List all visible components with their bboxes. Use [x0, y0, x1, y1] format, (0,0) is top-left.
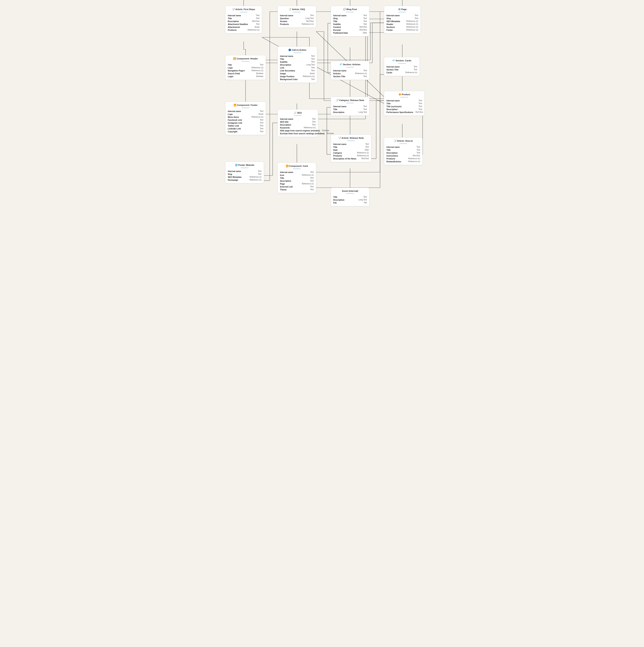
node-row-component_card-6: ThemeText	[280, 188, 314, 191]
node-row-article_release_note-4: ProductsReference (n)	[333, 154, 369, 157]
field-type-seo-0: Text	[312, 118, 315, 120]
field-name-section_articles-0: Internal name	[333, 69, 346, 72]
field-type-call_to_action-1: Text	[311, 58, 315, 60]
node-row-component_footer-7: CopyrightText	[228, 130, 263, 133]
node-article_howto: 📝 Article: How-toInternal nameTextTitleT…	[384, 137, 423, 165]
node-title-product: 🔶 Product	[386, 93, 422, 96]
field-type-asset_internal-1: Long Text	[359, 199, 367, 201]
node-row-call_to_action-8: Background ColorText	[280, 78, 315, 81]
field-type-seo-5: Boolean	[327, 132, 334, 135]
field-type-page-1: Text	[415, 17, 418, 19]
field-name-component_footer-3: Facebook Link	[228, 119, 242, 121]
field-type-call_to_action-2: Text	[311, 61, 315, 63]
node-row-page-1: SlugText	[386, 17, 418, 20]
node-section_cards: 💎 Section: CardsInternal nameTextSection…	[384, 57, 420, 76]
field-type-blog_post-4: RichText	[360, 26, 367, 28]
node-title-category_release_note: 📝 Category: Release Note	[333, 99, 367, 101]
field-name-product-0: Internal name	[386, 99, 400, 102]
field-name-article_faq-3: Products	[280, 23, 289, 25]
field-name-category_release_note-1: Title	[333, 108, 337, 111]
node-row-article_first_steps-2: DescriptionRichText	[228, 20, 260, 23]
field-name-product-2: Title (synonym)	[386, 105, 401, 107]
field-type-call_to_action-3: Long Text	[306, 64, 315, 66]
node-row-article_faq-2: AnswerRichText	[280, 20, 314, 23]
node-title-blog_post: 💬 Blog Post	[333, 8, 367, 11]
node-title-asset_internal: Asset (internal)	[333, 190, 367, 192]
field-type-article_first_steps-4: Asset	[255, 26, 260, 28]
field-name-component_footer-4: Instagram Link	[228, 122, 242, 124]
field-name-component_header-4: Login	[228, 75, 233, 78]
node-row-call_to_action-7: Image PositionReference (n)	[280, 75, 315, 78]
field-type-component_header-1: Reference (1)	[252, 67, 263, 69]
field-name-component_footer-0: Internal name	[228, 110, 241, 113]
field-name-article_howto-3: Instructions	[386, 155, 398, 157]
field-type-seo-1: Text	[312, 121, 315, 123]
field-type-component_footer-4: Text	[260, 122, 263, 124]
field-name-article_release_note-5: Description of the News	[333, 157, 356, 160]
field-name-article_first_steps-3: Attachment Headline	[228, 23, 248, 25]
field-type-product-4: RichText	[416, 111, 423, 113]
field-name-blog_post-5: Excerpt	[333, 29, 341, 31]
node-row-blog_post-6: Published DateDate	[333, 31, 367, 34]
field-name-component_card-3: Description	[280, 180, 291, 182]
node-row-seo-1: SEO titleText	[280, 120, 315, 123]
field-type-page-0: Text	[415, 14, 418, 16]
node-row-article_release_note-0: Internal nameText	[333, 143, 369, 145]
field-type-product-3: Text	[419, 108, 422, 110]
field-name-blog_post-2: Title	[333, 20, 337, 22]
field-name-article_faq-0: Internal name	[280, 14, 293, 17]
node-title-call_to_action: 🔵 Call-to-Action	[280, 49, 315, 51]
field-name-page-4: Sections	[386, 26, 395, 28]
field-type-article_faq-2: RichText	[306, 20, 314, 22]
node-row-call_to_action-2: SubtitleText	[280, 60, 315, 63]
field-name-article_release_note-3: Category	[333, 152, 342, 154]
node-row-component_header-4: LoginBoolean	[228, 75, 263, 78]
node-title-section_articles: 💎 Section: Articles	[333, 63, 367, 66]
field-type-component_header-0: Text	[260, 64, 263, 66]
node-divider-seo	[294, 115, 302, 116]
field-name-blog_post-4: Content	[333, 26, 341, 28]
node-row-component_footer-5: Twitter LinkText	[228, 124, 263, 127]
node-row-seo-2: DescriptionText	[280, 123, 315, 126]
node-row-article_first_steps-4: AttachmentsAsset	[228, 25, 260, 28]
field-type-call_to_action-0: Text	[311, 55, 315, 57]
node-row-article_first_steps-5: ProductsReference (n)	[228, 28, 260, 31]
field-type-component_footer-2: Reference (n)	[252, 116, 263, 118]
field-type-page-3: Reference (1)	[406, 23, 418, 25]
field-type-article_first_steps-1: Text	[256, 17, 260, 19]
field-name-call_to_action-5: Link Secondary	[280, 69, 295, 72]
node-row-article_faq-3: ProductsReference (n)	[280, 23, 314, 25]
node-article_faq: 📝 Article: FAQInternal nameTextQuestionL…	[278, 6, 316, 28]
node-row-component_header-2: Navigation PagesReference (1)	[228, 69, 263, 72]
field-name-component_header-0: Title	[228, 64, 232, 66]
node-row-product-3: DescriptionText	[386, 108, 422, 111]
field-type-component_footer-5: Text	[260, 125, 263, 127]
field-type-page-4: Reference (n)	[406, 26, 418, 28]
field-name-blog_post-1: Slug	[333, 17, 338, 19]
node-row-section_cards-0: Internal nameText	[386, 65, 417, 68]
node-title-page: 🗺️ Page	[386, 8, 418, 11]
field-type-category_release_note-1: Text	[363, 108, 367, 110]
field-type-component_card-0: Text	[310, 171, 314, 173]
node-row-component_card-4: PageReference (1)	[280, 182, 314, 185]
field-type-call_to_action-7: Reference (n)	[303, 75, 315, 77]
field-name-seo-3: Keywords	[280, 127, 290, 129]
node-row-blog_post-0: Internal nameText	[333, 14, 367, 17]
node-row-section_cards-2: CardsReference (n)	[386, 71, 417, 74]
node-row-component_footer-0: Internal nameText	[228, 110, 263, 113]
field-type-article_release_note-2: Date	[365, 149, 369, 151]
field-type-article_release_note-4: Reference (n)	[357, 155, 369, 157]
field-type-article_release_note-0: Text	[365, 143, 369, 145]
node-row-component_footer-1: LogoAsset	[228, 113, 263, 116]
field-type-article_howto-3: RichText	[413, 155, 420, 157]
node-row-blog_post-5: ExcerptRichText	[333, 28, 367, 31]
field-type-category_release_note-0: Text	[363, 105, 367, 107]
field-name-portal_website-3: Homepage	[228, 179, 238, 181]
node-divider-component_header	[242, 61, 249, 62]
field-type-component_footer-0: Text	[260, 110, 263, 112]
node-row-article_release_note-5: Description of the NewsRichText	[333, 157, 369, 160]
node-row-page-0: Internal nameText	[386, 14, 418, 17]
node-component_footer: 🔼 Component: FooterInternal nameTextLogo…	[225, 101, 266, 135]
diagram-canvas: 📝 Article: First StepsInternal nameTextT…	[221, 0, 423, 213]
field-type-portal_website-3: Reference (1)	[249, 179, 262, 181]
